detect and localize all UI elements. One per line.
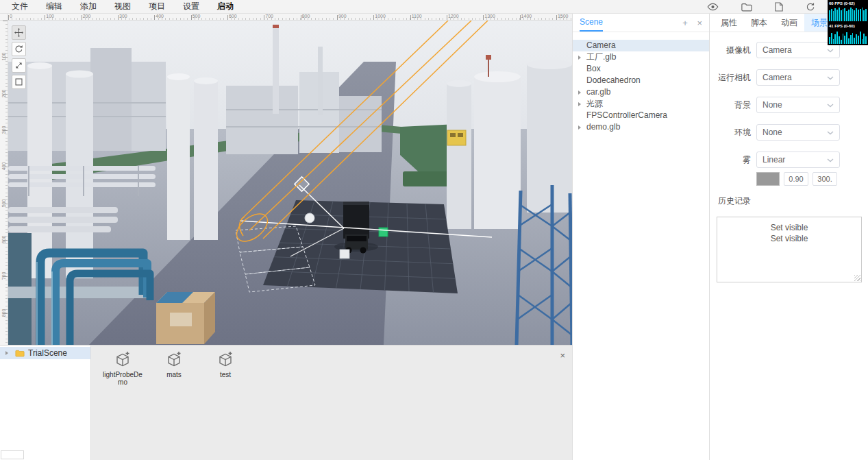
horizontal-scrollbar-thumb[interactable] [1, 450, 24, 459]
viewport-canvas[interactable] [8, 21, 572, 345]
scale-tool[interactable] [12, 58, 26, 73]
fog-far-input[interactable] [813, 172, 837, 186]
environment-select[interactable]: None [756, 124, 840, 141]
ruler-horizontal: 0100200300400500600700800900100011001200… [8, 14, 572, 21]
asset-item-lightProbeDemo[interactable]: lightProbeDemo [101, 350, 144, 386]
scene-tree-item[interactable]: demo.glb [573, 121, 709, 133]
properties-panel: 属性脚本动画场景 摄像机Camera运行相机Camera背景None环境None… [709, 14, 868, 460]
asset-item-test[interactable]: test [204, 350, 247, 378]
asset-label: lightProbeDemo [101, 371, 144, 386]
select-value: Camera [762, 73, 792, 82]
fps-bar [848, 38, 850, 44]
select-icon [14, 77, 23, 86]
menu-item-edit[interactable]: 编辑 [37, 0, 71, 14]
scene-tree: Camera工厂.glbBoxDodecahedroncar.glb光源FPSC… [573, 32, 709, 133]
chevron-down-icon [827, 45, 834, 55]
fps-block: 41 FPS (0-60) [828, 23, 868, 45]
scene-item-label: Camera [586, 40, 616, 50]
ruler-top-label: 100 [46, 14, 54, 19]
history-textarea[interactable]: Set visibleSet visible [717, 217, 862, 282]
refresh-icon[interactable] [806, 2, 815, 12]
caret-right-icon[interactable] [578, 125, 581, 130]
fps-bar [844, 8, 845, 21]
fps-bar [833, 11, 834, 21]
tab-scene[interactable]: Scene [580, 14, 603, 32]
scene-item-label: FPSControllerCamera [586, 110, 667, 120]
caret-right-icon[interactable] [578, 90, 581, 95]
menu-item-settings[interactable]: 设置 [174, 0, 208, 14]
fog-select[interactable]: Linear [756, 152, 840, 168]
fps-graph [829, 7, 867, 21]
scene-tree-item[interactable]: Box [573, 63, 709, 75]
background-select[interactable]: None [756, 97, 840, 113]
fps-bar [865, 36, 867, 44]
rotate-icon [14, 45, 23, 53]
asset-item-mats[interactable]: mats [153, 350, 195, 378]
menu-item-project[interactable]: 项目 [140, 0, 174, 14]
scene-tree-item[interactable]: 工厂.glb [573, 51, 709, 63]
fog-color-swatch[interactable] [756, 172, 780, 186]
ruler-top-label: 1500 [558, 14, 569, 19]
scene-tree-item[interactable]: car.glb [573, 86, 709, 98]
fps-bar [839, 36, 840, 44]
assets-grid: lightProbeDemomatstest [91, 350, 549, 386]
new-file-icon[interactable] [775, 2, 783, 12]
fps-bar [850, 35, 852, 44]
chevron-down-icon [827, 100, 834, 110]
eye-icon[interactable] [707, 3, 719, 11]
menu-item-view[interactable]: 视图 [106, 0, 140, 14]
move-icon [14, 28, 23, 37]
ruler-left-label: 400 [1, 160, 6, 173]
ruler-top-label: 400 [156, 14, 164, 19]
translate-tool[interactable] [12, 25, 26, 40]
close-scene-button[interactable]: × [697, 18, 702, 28]
tab-script[interactable]: 脚本 [744, 14, 774, 32]
ruler-left-label: 300 [1, 123, 6, 136]
scene-tree-item[interactable]: FPSControllerCamera [573, 110, 709, 121]
ruler-top-label: 800 [302, 14, 310, 19]
fps-bar [852, 9, 854, 21]
scene-tree-item[interactable]: Camera [573, 40, 709, 51]
menu-item-launch[interactable]: 启动 [208, 0, 243, 14]
scene-panel-header: Scene + × [573, 14, 709, 32]
ruler-top-label: 1200 [448, 14, 459, 19]
assets-tree: TrialScene [0, 346, 91, 460]
green-handle-cube[interactable] [379, 228, 388, 237]
history-entry[interactable]: Set visible [717, 222, 861, 233]
select-box-tool[interactable] [12, 75, 26, 89]
scene-tree-item[interactable]: Dodecahedron [573, 75, 709, 86]
fps-bar [862, 8, 863, 21]
fog-near-input[interactable] [784, 172, 808, 186]
fps-bar [829, 37, 830, 44]
run-camera-select[interactable]: Camera [756, 69, 840, 86]
ruler-top-label: 500 [193, 14, 201, 19]
tab-attributes[interactable]: 属性 [714, 14, 744, 32]
caret-right-icon[interactable] [578, 56, 581, 60]
field-label: 摄像机 [715, 45, 751, 56]
history-entry[interactable]: Set visible [717, 233, 861, 244]
fps-bar [863, 34, 865, 44]
field-background: 背景None [715, 97, 861, 113]
cube-add-icon [112, 350, 133, 370]
ruler-top-label: 300 [119, 14, 127, 19]
menu-item-add[interactable]: 添加 [71, 0, 106, 14]
scene-tree-item[interactable]: 光源 [573, 98, 709, 110]
asset-label: test [220, 371, 231, 378]
fps-bar [834, 34, 836, 44]
probe-sphere[interactable] [305, 213, 314, 223]
asset-label: mats [166, 371, 182, 378]
tree-item-trialscene[interactable]: TrialScene [0, 347, 90, 359]
fps-bar [858, 36, 859, 44]
tab-animation[interactable]: 动画 [774, 14, 804, 32]
field-fog: 雾Linear [715, 152, 861, 168]
ruler-top-label: 1300 [484, 14, 495, 19]
small-cube[interactable] [340, 250, 349, 258]
field-label: 运行相机 [715, 72, 751, 84]
rotate-tool[interactable] [12, 42, 26, 56]
close-assets-button[interactable]: × [560, 351, 565, 360]
folder-icon[interactable] [741, 3, 752, 12]
menu-item-file[interactable]: 文件 [3, 0, 37, 14]
add-scene-button[interactable]: + [682, 18, 688, 28]
scale-icon [14, 61, 23, 70]
caret-right-icon[interactable] [578, 102, 581, 106]
